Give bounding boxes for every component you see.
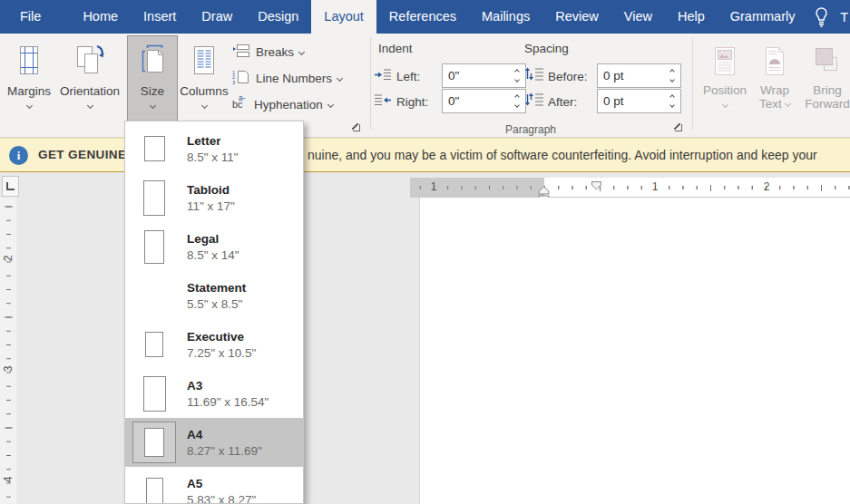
spacing-before-stepper[interactable] [667, 64, 678, 87]
ruler-number: 4 [2, 473, 15, 486]
paragraph-dialog-launcher[interactable] [672, 121, 683, 132]
breaks-button[interactable]: Breaks [232, 41, 304, 63]
paper-a5-icon [132, 478, 176, 504]
tab-references[interactable]: References [376, 0, 469, 34]
size-option-dims: 11" x 17" [187, 199, 235, 213]
tab-view[interactable]: View [611, 0, 665, 34]
size-option-legal[interactable]: Legal8.5" x 14" [125, 222, 303, 271]
columns-button[interactable]: Columns [180, 36, 229, 122]
size-option-tabloid[interactable]: Tabloid11" x 17" [125, 173, 303, 222]
size-option-a3[interactable]: A311.69" x 16.54" [125, 369, 303, 418]
indent-right-input[interactable]: 0" [442, 89, 526, 113]
tab-design[interactable]: Design [245, 0, 311, 34]
hyphenation-label: Hyphenation [254, 98, 323, 111]
wrap-text-icon [762, 40, 787, 83]
line-numbers-icon: 123 [232, 69, 250, 88]
info-icon: i [9, 146, 28, 165]
spacing-before-input[interactable]: 0 pt [597, 63, 681, 88]
indent-left-value: 0" [448, 69, 459, 82]
bring-forward-label-line2: Forward [805, 97, 850, 111]
size-option-dims: 8.5" x 14" [187, 248, 239, 262]
size-button[interactable]: Size [127, 35, 178, 123]
size-option-name: Tabloid [187, 183, 235, 197]
size-option-executive[interactable]: Executive7.25" x 10.5" [125, 320, 303, 369]
line-numbers-label: Line Numbers [256, 72, 332, 85]
indent-left-label: Left: [396, 70, 420, 83]
word-window: File Home Insert Draw Design Layout Refe… [0, 0, 850, 504]
indent-left-input[interactable]: 0" [442, 63, 526, 88]
tab-home[interactable]: Home [70, 0, 131, 34]
size-option-name: Legal [187, 232, 239, 246]
spacing-after-input[interactable]: 0 pt [597, 89, 681, 113]
tab-grammarly[interactable]: Grammarly [718, 0, 808, 34]
line-numbers-button[interactable]: 123 Line Numbers [232, 67, 342, 89]
size-option-statement[interactable]: Statement5.5" x 8.5" [125, 271, 303, 320]
paper-tabloid-icon [132, 180, 176, 216]
margins-label: Margins [7, 84, 51, 98]
columns-icon [191, 40, 217, 82]
tab-insert[interactable]: Insert [131, 0, 189, 34]
horizontal-ruler[interactable]: 1 1 2 [410, 178, 850, 198]
size-option-dims: 8.5" x 11" [187, 150, 239, 164]
tab-layout[interactable]: Layout [311, 0, 376, 34]
tab-draw[interactable]: Draw [189, 0, 245, 34]
svg-text:3: 3 [232, 79, 235, 84]
spacing-after-icon [524, 92, 544, 111]
ruler-ticks [410, 178, 850, 197]
chevron-down-icon [200, 102, 207, 109]
wrap-text-label-line2: Text [759, 97, 782, 111]
orientation-icon [71, 40, 109, 82]
group-separator [692, 37, 693, 130]
group-separator [370, 37, 371, 130]
hyphenation-icon: bca- [232, 100, 249, 110]
banner-label: GET GENUINE [38, 139, 126, 171]
tell-me-label[interactable]: T [840, 10, 848, 24]
chevron-down-icon [785, 101, 791, 107]
breaks-label: Breaks [256, 45, 294, 59]
page-break-icon [232, 44, 250, 61]
indent-right-value: 0" [448, 94, 459, 108]
ribbon-tab-bar: File Home Insert Draw Design Layout Refe… [0, 0, 850, 34]
hyphenation-button[interactable]: bca- Hyphenation [232, 93, 333, 115]
bring-forward-icon [813, 40, 842, 83]
chevron-down-icon [149, 102, 155, 109]
first-line-indent-marker[interactable] [591, 178, 601, 194]
indent-left-icon [374, 68, 392, 85]
vertical-ruler[interactable]: 2 3 4 [0, 198, 16, 504]
lightbulb-icon[interactable] [814, 6, 829, 28]
tab-help[interactable]: Help [665, 0, 718, 34]
position-button: Position [699, 36, 751, 122]
indent-right-stepper[interactable] [512, 90, 523, 112]
page-setup-dialog-launcher[interactable] [350, 121, 361, 132]
tab-mailings[interactable]: Mailings [469, 0, 542, 34]
tab-review[interactable]: Review [542, 0, 611, 34]
tab-file[interactable]: File [7, 0, 54, 34]
paper-a4-icon [132, 422, 176, 463]
size-option-dims: 5.83" x 8.27" [187, 493, 256, 504]
size-option-dims: 11.69" x 16.54" [187, 395, 269, 409]
size-option-dims: 8.27" x 11.69" [187, 444, 262, 458]
tab-stop-selector[interactable] [2, 176, 19, 197]
orientation-button[interactable]: Orientation [54, 36, 125, 122]
spacing-after-stepper[interactable] [667, 90, 678, 112]
left-tab-stop-icon [6, 182, 15, 190]
orientation-label: Orientation [60, 84, 120, 98]
indent-left-stepper[interactable] [512, 64, 523, 87]
ruler-number: 2 [761, 178, 772, 197]
columns-label: Columns [180, 84, 228, 98]
margins-icon [16, 40, 42, 82]
size-option-name: A3 [187, 379, 269, 393]
chevron-down-icon [86, 102, 93, 109]
size-option-a5[interactable]: A55.83" x 8.27" [125, 467, 303, 504]
size-option-letter[interactable]: Letter8.5" x 11" [125, 124, 303, 173]
size-option-a4[interactable]: A48.27" x 11.69" [125, 418, 303, 467]
indent-heading: Indent [378, 42, 413, 55]
margins-button[interactable]: Margins [5, 36, 53, 122]
paper-executive-icon [132, 332, 176, 357]
chevron-down-icon [721, 102, 728, 108]
document-page[interactable] [419, 198, 850, 504]
size-label: Size [141, 84, 164, 98]
chevron-down-icon [327, 101, 334, 107]
indent-right-icon [374, 93, 392, 111]
ruler-number: 2 [2, 252, 15, 265]
